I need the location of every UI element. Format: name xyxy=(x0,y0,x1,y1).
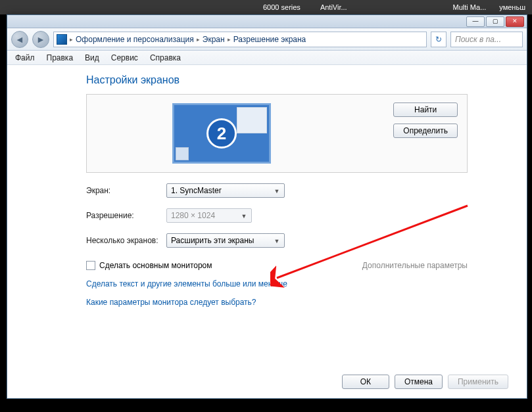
control-panel-icon xyxy=(57,34,67,45)
taskbar: 6000 series AntiVir... Multi Ma... умень… xyxy=(0,0,532,14)
detect-button[interactable]: Определить xyxy=(393,124,458,138)
minimize-button[interactable]: — xyxy=(466,16,485,27)
maximize-button[interactable]: ▢ xyxy=(486,16,504,27)
breadcrumb-seg[interactable]: Разрешение экрана xyxy=(233,35,306,44)
chevron-down-icon: ▼ xyxy=(272,237,281,246)
menu-view[interactable]: Вид xyxy=(80,52,105,64)
preview-taskbar-icon xyxy=(176,147,189,160)
menu-edit[interactable]: Правка xyxy=(41,52,79,64)
taskbar-item[interactable]: 6000 series xyxy=(263,3,301,11)
nav-row: ◄ ► ▸ Оформление и персонализация▸ Экран… xyxy=(7,28,527,51)
menu-service[interactable]: Сервис xyxy=(106,52,143,64)
additional-params-link[interactable]: Дополнительные параметры xyxy=(362,261,468,270)
content-area: Настройки экранов 2 Найти Определить Экр… xyxy=(7,65,527,398)
multi-select[interactable]: Расширить эти экраны ▼ xyxy=(166,233,285,248)
monitor-preview-box: 2 Найти Определить xyxy=(86,94,468,173)
menubar: Файл Правка Вид Сервис Справка xyxy=(7,51,527,65)
apply-button[interactable]: Применить xyxy=(448,375,508,389)
close-button[interactable]: ✕ xyxy=(506,16,524,27)
refresh-button[interactable]: ↻ xyxy=(431,32,447,47)
find-button[interactable]: Найти xyxy=(393,103,458,117)
chevron-right-icon: ▸ xyxy=(197,36,200,43)
screen-select[interactable]: 1. SyncMaster ▼ xyxy=(166,183,285,198)
which-settings-link[interactable]: Какие параметры монитора следует выбрать… xyxy=(86,298,514,307)
page-title: Настройки экранов xyxy=(86,74,514,86)
primary-monitor-checkbox[interactable] xyxy=(86,261,95,270)
multi-select-value: Расширить эти экраны xyxy=(171,236,254,245)
chevron-down-icon: ▼ xyxy=(239,212,249,221)
cancel-button[interactable]: Отмена xyxy=(395,375,443,389)
dialog-button-row: ОК Отмена Применить xyxy=(342,375,508,389)
forward-button[interactable]: ► xyxy=(32,31,49,48)
breadcrumb[interactable]: ▸ Оформление и персонализация▸ Экран▸ Ра… xyxy=(53,32,427,47)
breadcrumb-seg[interactable]: Оформление и персонализация xyxy=(76,35,194,44)
breadcrumb-seg[interactable]: Экран xyxy=(203,35,225,44)
monitor-preview[interactable]: 2 xyxy=(172,103,271,164)
taskbar-item[interactable]: уменьш xyxy=(499,3,525,11)
chevron-down-icon: ▼ xyxy=(272,187,281,196)
multi-label: Несколько экранов: xyxy=(86,236,166,245)
screen-label: Экран: xyxy=(86,186,166,195)
resolution-select-value: 1280 × 1024 xyxy=(171,211,215,220)
resolution-label: Разрешение: xyxy=(86,211,166,220)
monitor-number-badge: 2 xyxy=(206,118,237,149)
menu-file[interactable]: Файл xyxy=(10,52,40,64)
control-panel-window: — ▢ ✕ ◄ ► ▸ Оформление и персонализация▸… xyxy=(7,14,527,399)
menu-help[interactable]: Справка xyxy=(145,52,186,64)
screen-select-value: 1. SyncMaster xyxy=(171,186,222,195)
ok-button[interactable]: ОК xyxy=(342,375,389,389)
back-button[interactable]: ◄ xyxy=(11,31,28,48)
search-input[interactable]: Поиск в па... xyxy=(450,32,523,47)
taskbar-item[interactable]: Multi Ma... xyxy=(453,3,487,11)
titlebar: — ▢ ✕ xyxy=(7,15,527,28)
resolution-select[interactable]: 1280 × 1024 ▼ xyxy=(166,208,252,223)
chevron-right-icon: ▸ xyxy=(228,36,231,43)
taskbar-item[interactable]: AntiVir... xyxy=(320,3,347,11)
preview-window-icon xyxy=(237,107,267,133)
chevron-right-icon: ▸ xyxy=(70,36,73,43)
primary-monitor-label: Сделать основным монитором xyxy=(99,261,212,270)
text-size-link[interactable]: Сделать текст и другие элементы больше и… xyxy=(86,279,514,288)
